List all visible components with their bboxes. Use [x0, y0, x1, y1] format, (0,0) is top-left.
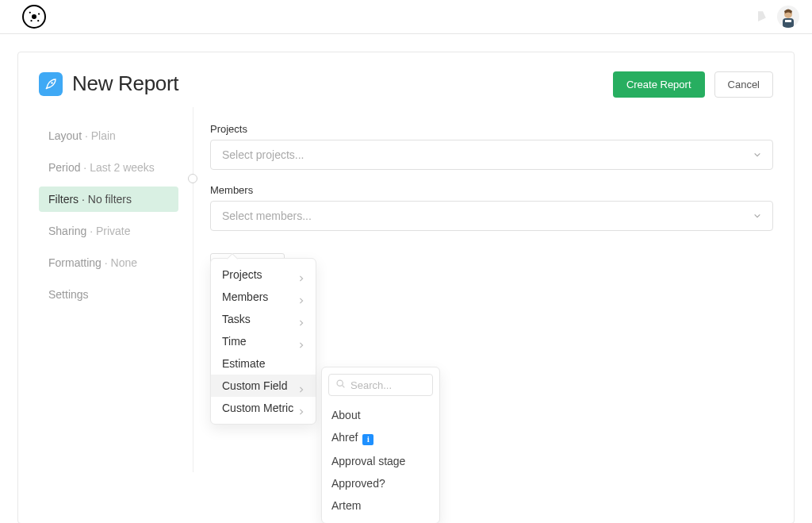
nav-label: Layout	[48, 129, 82, 142]
svg-rect-7	[785, 20, 791, 22]
nav-label: Settings	[48, 288, 89, 301]
notification-icon[interactable]	[753, 10, 768, 24]
chevron-right-icon	[298, 405, 304, 411]
menu-item-label: Estimate	[222, 357, 265, 370]
app-logo[interactable]	[22, 5, 46, 29]
info-icon: i	[362, 434, 373, 445]
add-filter-popover: Projects Members Tasks Time Estimate	[210, 258, 316, 425]
nav-item-settings[interactable]: Settings	[39, 282, 178, 307]
svg-rect-6	[783, 18, 794, 28]
nav-label: Period	[48, 161, 80, 174]
nav-item-period[interactable]: Period · Last 2 weeks	[39, 155, 178, 180]
nav-item-formatting[interactable]: Formatting · None	[39, 250, 178, 275]
nav-item-sharing[interactable]: Sharing · Private	[39, 218, 178, 244]
chevron-right-icon	[298, 271, 304, 278]
chevron-down-icon	[753, 212, 761, 220]
custom-field-option-artem[interactable]: Artem	[328, 494, 433, 517]
members-select[interactable]: Select members...	[210, 201, 773, 231]
custom-field-option-approval-stage[interactable]: Approval stage	[328, 450, 433, 472]
filter-menu-estimate[interactable]: Estimate	[211, 352, 316, 375]
svg-point-2	[38, 13, 40, 14]
page-title: New Report	[72, 71, 178, 96]
nav-label: Filters	[48, 193, 79, 206]
topbar	[0, 0, 812, 34]
chevron-right-icon	[298, 383, 304, 389]
projects-select[interactable]: Select projects...	[210, 140, 773, 170]
members-placeholder: Select members...	[222, 210, 312, 222]
menu-item-label: Members	[222, 290, 268, 303]
custom-field-option-ahref[interactable]: Ahref i	[328, 426, 433, 450]
menu-item-label: Tasks	[222, 313, 251, 325]
custom-field-option-about[interactable]: About	[328, 404, 433, 426]
menu-item-label: Custom Metric	[222, 402, 293, 414]
svg-point-1	[29, 12, 31, 13]
custom-field-option-approved[interactable]: Approved?	[328, 472, 433, 494]
menu-item-label: Time	[222, 335, 247, 348]
filter-menu-projects[interactable]: Projects	[211, 263, 316, 286]
members-label: Members	[210, 184, 773, 196]
timeline-dot-icon	[188, 174, 197, 183]
custom-field-search-input[interactable]	[350, 379, 426, 391]
nav-label: Sharing	[48, 225, 86, 237]
svg-line-10	[343, 386, 345, 388]
svg-point-3	[30, 20, 32, 21]
projects-label: Projects	[210, 123, 773, 135]
search-icon	[335, 379, 346, 391]
svg-point-8	[51, 82, 52, 83]
menu-item-label: Projects	[222, 268, 262, 281]
filter-menu-tasks[interactable]: Tasks	[211, 308, 316, 330]
nav-item-filters[interactable]: Filters · No filters	[39, 187, 178, 212]
chevron-right-icon	[298, 338, 304, 344]
svg-point-4	[37, 20, 39, 21]
nav-item-layout[interactable]: Layout · Plain	[39, 123, 178, 148]
timeline	[178, 123, 210, 313]
report-card: New Report Create Report Cancel Layout ·…	[17, 52, 795, 523]
custom-field-search[interactable]	[328, 374, 433, 396]
filter-menu-custom-metric[interactable]: Custom Metric	[211, 397, 316, 419]
filter-menu-custom-field[interactable]: Custom Field	[211, 375, 316, 397]
rocket-icon	[39, 72, 63, 96]
chevron-down-icon	[753, 151, 761, 159]
filters-panel: Projects Select projects... Members Sele…	[210, 123, 773, 313]
avatar[interactable]	[777, 6, 799, 28]
chevron-right-icon	[298, 316, 304, 322]
chevron-right-icon	[298, 294, 304, 300]
projects-placeholder: Select projects...	[222, 148, 304, 161]
cancel-button[interactable]: Cancel	[714, 71, 773, 98]
report-steps-nav: Layout · Plain Period · Last 2 weeks Fil…	[39, 123, 178, 313]
nav-label: Formatting	[48, 256, 102, 269]
filter-menu-members[interactable]: Members	[211, 286, 316, 308]
filter-menu-time[interactable]: Time	[211, 330, 316, 352]
svg-point-0	[32, 14, 36, 19]
svg-point-9	[337, 380, 343, 386]
custom-field-popover: About Ahref i Approval stage Approved? A…	[321, 367, 440, 523]
menu-item-label: Custom Field	[222, 379, 287, 392]
create-report-button[interactable]: Create Report	[613, 71, 705, 98]
